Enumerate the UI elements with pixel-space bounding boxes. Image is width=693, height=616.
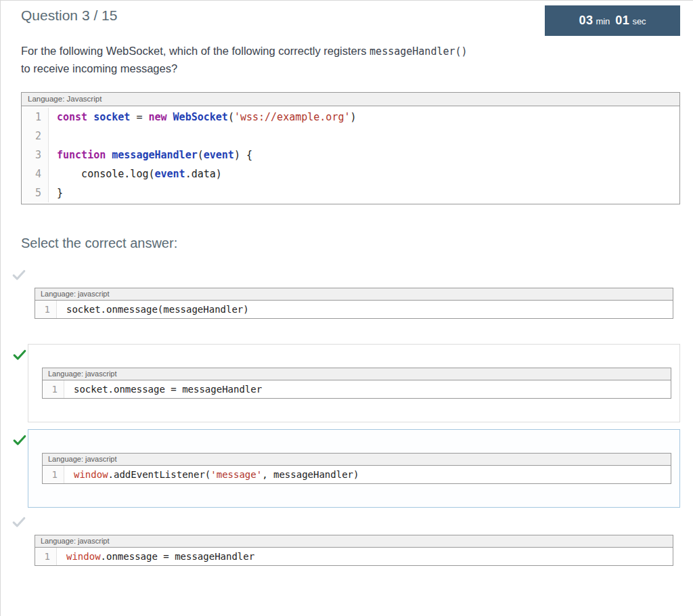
code-line: 1window.onmessage = messageHandler (35, 548, 673, 565)
line-number: 1 (43, 466, 64, 483)
code-line: 2 (22, 127, 679, 146)
code-text: socket.onmessage = messageHandler (64, 380, 262, 398)
code-body: 1window.onmessage = messageHandler (35, 548, 673, 565)
code-text: socket.onmessage(messageHandler) (57, 301, 249, 318)
code-language-label: Language: Javascript (22, 93, 679, 106)
inactive-checkmark-icon (12, 267, 26, 282)
timer-minutes: 03 (579, 14, 593, 28)
code-language-label: Language: javascript (43, 454, 671, 466)
code-line: 1socket.onmessage = messageHandler (43, 380, 671, 398)
code-line: 5} (22, 183, 679, 202)
code-body: 1socket.onmessage(messageHandler) (35, 301, 673, 318)
code-body: 1const socket = new WebSocket('wss://exa… (22, 106, 679, 204)
timer-badge: 03 min 01 sec (545, 5, 680, 36)
answer-option-3[interactable]: Language: javascript1window.addEventList… (28, 429, 680, 508)
code-text: window.onmessage = messageHandler (57, 548, 254, 565)
inactive-checkmark-icon (12, 514, 26, 529)
question-code-block: Language: Javascript1const socket = new … (21, 92, 680, 204)
code-line: 1const socket = new WebSocket('wss://exa… (22, 108, 679, 127)
code-block: Language: javascript1socket.onmessage(me… (35, 288, 673, 319)
correct-checkmark-icon (12, 433, 27, 447)
code-line: 3function messageHandler(event) { (22, 146, 679, 164)
answer-option-1[interactable]: Language: javascript1socket.onmessage(me… (28, 288, 680, 319)
correct-checkmark-icon (12, 347, 27, 362)
select-answer-prompt: Select the correct answer: (21, 236, 680, 251)
question-panel: Question 3 / 15 03 min 01 sec For the fo… (0, 0, 693, 616)
answer-options: Language: javascript1socket.onmessage(me… (21, 288, 680, 566)
timer-seconds-unit: sec (632, 16, 646, 26)
topbar: Question 3 / 15 03 min 01 sec (21, 1, 680, 36)
code-language-label: Language: javascript (43, 368, 671, 380)
line-number: 2 (22, 127, 49, 146)
line-number: 1 (35, 548, 57, 565)
code-text: console.log(event.data) (49, 164, 222, 183)
code-language-label: Language: javascript (35, 535, 673, 548)
code-line: 1window.addEventListener('message', mess… (43, 466, 671, 483)
question-text: For the following WebSocket, which of th… (21, 42, 674, 78)
line-number: 1 (43, 380, 64, 398)
answer-option-2[interactable]: Language: javascript1socket.onmessage = … (28, 344, 680, 422)
code-text: const socket = new WebSocket('wss://exam… (49, 108, 357, 127)
timer-minutes-unit: min (596, 16, 610, 26)
code-text: function messageHandler(event) { (49, 146, 252, 164)
code-body: 1socket.onmessage = messageHandler (43, 380, 671, 398)
answer-option-4[interactable]: Language: javascript1window.onmessage = … (28, 535, 680, 566)
code-line: 1socket.onmessage(messageHandler) (35, 301, 673, 318)
line-number: 3 (22, 146, 49, 164)
code-block: Language: javascript1window.onmessage = … (35, 535, 673, 566)
question-number-heading: Question 3 / 15 (21, 7, 117, 24)
code-text: window.addEventListener('message', messa… (64, 466, 359, 483)
timer-seconds: 01 (615, 14, 629, 28)
code-block: Language: Javascript1const socket = new … (21, 92, 680, 204)
line-number: 4 (22, 164, 49, 183)
code-block: Language: javascript1window.addEventList… (42, 453, 671, 484)
line-number: 1 (22, 108, 49, 127)
inline-code: messageHandler() (370, 45, 468, 58)
line-number: 1 (35, 301, 57, 318)
line-number: 5 (22, 183, 49, 202)
code-text: } (49, 183, 63, 202)
code-text (49, 127, 63, 146)
code-block: Language: javascript1socket.onmessage = … (42, 368, 671, 399)
question-text-prefix: For the following WebSocket, which of th… (21, 45, 370, 57)
code-body: 1window.addEventListener('message', mess… (43, 466, 671, 483)
code-line: 4 console.log(event.data) (22, 164, 679, 183)
code-language-label: Language: javascript (35, 288, 673, 301)
question-text-suffix: to receive incoming messages? (21, 62, 177, 74)
